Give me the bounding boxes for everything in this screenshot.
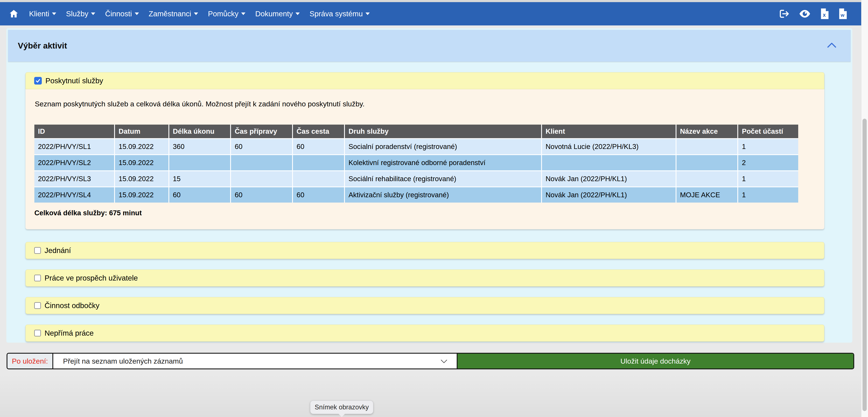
- check-icon: [35, 78, 40, 83]
- section-body-poskytnuti-sluzby: Seznam poskytnutých služeb a celková dél…: [26, 89, 824, 229]
- checkbox-jednani[interactable]: [34, 247, 41, 254]
- cell-datum: 15.09.2022: [115, 155, 169, 171]
- cell-druh-sluzby: Kolektivní registrované odborné poradens…: [344, 155, 541, 171]
- activities-panel: Výběr aktivit Poskytnutí služby: [6, 28, 852, 343]
- cell-datum: 15.09.2022: [115, 187, 169, 203]
- cell-nazev-akce: [676, 155, 738, 171]
- window-top-strip: [0, 0, 861, 2]
- col-header-datum: Datum: [115, 125, 169, 139]
- cell-nazev-akce: [676, 171, 738, 187]
- table-header-row: ID Datum Délka úkonu Čas přípravy Čas ce…: [34, 125, 798, 139]
- nav-item-cinnosti[interactable]: Činnosti: [100, 9, 144, 18]
- section-label[interactable]: Poskytnutí služby: [45, 76, 103, 85]
- cell-pocet-ucasti: 1: [738, 187, 798, 203]
- chevron-up-icon: [827, 43, 837, 48]
- cell-id: 2022/PH/VY/SL4: [34, 187, 115, 203]
- cell-delka-ukonu: 360: [169, 139, 231, 155]
- col-header-pocet-ucasti: Počet účastí: [738, 125, 798, 139]
- table-row[interactable]: 2022/PH/VY/SL1 15.09.2022 360 60 60 Soci…: [34, 139, 798, 155]
- nav-item-zamestnanci[interactable]: Zaměstnanci: [144, 9, 203, 18]
- nav-item-klienti[interactable]: Klienti: [24, 9, 61, 18]
- preview-button[interactable]: [799, 9, 811, 19]
- section-description: Seznam poskytnutých služeb a celková dél…: [35, 100, 815, 108]
- save-attendance-button[interactable]: Uložit údaje docházky: [457, 354, 854, 369]
- cell-id: 2022/PH/VY/SL2: [34, 155, 115, 171]
- cell-cas-pripravy: 60: [230, 139, 292, 155]
- col-header-cas-cesta: Čas cesta: [292, 125, 344, 139]
- nav-item-label: Správa systému: [309, 9, 363, 18]
- cell-cas-pripravy: 60: [230, 187, 292, 203]
- nav-item-dokumenty[interactable]: Dokumenty: [250, 9, 305, 18]
- nav-item-label: Služby: [66, 9, 88, 18]
- cell-delka-ukonu: 60: [169, 187, 231, 203]
- export-excel-button[interactable]: x: [820, 8, 829, 19]
- caret-down-icon: [52, 12, 56, 15]
- section-header-neprima-prace[interactable]: Nepřímá práce: [26, 325, 824, 342]
- nav-item-label: Pomůcky: [208, 9, 239, 18]
- col-header-druh-sluzby: Druh služby: [344, 125, 541, 139]
- section-label[interactable]: Práce ve prospěch uživatele: [44, 274, 138, 282]
- cell-nazev-akce: MOJE AKCE: [676, 187, 738, 203]
- section-header-prace-ve-prospech[interactable]: Práce ve prospěch uživatele: [26, 270, 824, 286]
- checkbox-neprima-prace[interactable]: [34, 330, 41, 337]
- caret-down-icon: [296, 12, 300, 15]
- cell-datum: 15.09.2022: [115, 139, 169, 155]
- nav-item-label: Zaměstnanci: [149, 9, 191, 18]
- section-poskytnuti-sluzby: Poskytnutí služby Seznam poskytnutých sl…: [26, 72, 824, 229]
- section-cinnost-odbocky: Činnost odbočky: [26, 297, 824, 314]
- cell-klient: [541, 155, 676, 171]
- after-save-select[interactable]: Přejít na seznam uložených záznamů: [53, 354, 457, 369]
- app-window: Klienti Služby Činnosti Zaměstnanci Pomů…: [0, 0, 868, 417]
- eye-icon: [799, 9, 811, 19]
- home-button[interactable]: [9, 9, 19, 19]
- checkbox-cinnost-odbocky[interactable]: [34, 302, 41, 309]
- section-label[interactable]: Jednání: [44, 246, 71, 255]
- cell-pocet-ucasti: 1: [738, 171, 798, 187]
- sign-out-icon: [778, 9, 789, 19]
- section-header-poskytnuti-sluzby[interactable]: Poskytnutí služby: [26, 72, 824, 89]
- cell-pocet-ucasti: 2: [738, 155, 798, 171]
- col-header-delka-ukonu: Délka úkonu: [169, 125, 231, 139]
- svg-text:w: w: [840, 12, 844, 18]
- main-navbar: Klienti Služby Činnosti Zaměstnanci Pomů…: [0, 2, 861, 26]
- cell-klient: Novák Jan (2022/PH/KL1): [541, 171, 676, 187]
- after-save-selected-option: Přejít na seznam uložených záznamů: [63, 357, 183, 365]
- caret-down-icon: [241, 12, 245, 15]
- section-header-cinnost-odbocky[interactable]: Činnost odbočky: [26, 297, 824, 314]
- nav-item-label: Činnosti: [105, 9, 132, 18]
- caret-down-icon: [135, 12, 139, 15]
- cell-klient: Novotná Lucie (2022/PH/KL3): [541, 139, 676, 155]
- table-row[interactable]: 2022/PH/VY/SL4 15.09.2022 60 60 60 Aktiv…: [34, 187, 798, 203]
- export-word-button[interactable]: w: [838, 8, 847, 19]
- activities-panel-header: Výběr aktivit: [8, 30, 850, 62]
- table-row[interactable]: 2022/PH/VY/SL3 15.09.2022 15 Sociální re…: [34, 171, 798, 187]
- cell-cas-cesta: 60: [292, 139, 344, 155]
- table-row[interactable]: 2022/PH/VY/SL2 15.09.2022 Kolektivní reg…: [34, 155, 798, 171]
- nav-item-pomucky[interactable]: Pomůcky: [203, 9, 250, 18]
- activities-panel-body: Poskytnutí služby Seznam poskytnutých sl…: [6, 63, 852, 342]
- nav-item-sprava-systemu[interactable]: Správa systému: [305, 9, 375, 18]
- vertical-scrollbar-track[interactable]: [861, 0, 868, 417]
- file-word-icon: w: [838, 8, 847, 19]
- nav-item-label: Dokumenty: [255, 9, 293, 18]
- nav-item-sluzby[interactable]: Služby: [61, 9, 100, 18]
- collapse-panel-button[interactable]: [827, 43, 837, 49]
- cell-delka-ukonu: [169, 155, 231, 171]
- cell-cas-cesta: [292, 155, 344, 171]
- section-header-jednani[interactable]: Jednání: [26, 242, 824, 259]
- screenshot-tooltip: Snímek obrazovky: [310, 401, 373, 414]
- navbar-actions: x w: [778, 8, 854, 19]
- section-label[interactable]: Nepřímá práce: [44, 329, 94, 337]
- cell-druh-sluzby: Sociální rehabilitace (registrované): [344, 171, 541, 187]
- cell-id: 2022/PH/VY/SL3: [34, 171, 115, 187]
- checkbox-poskytnuti-sluzby[interactable]: [34, 77, 42, 84]
- sign-out-button[interactable]: [778, 9, 789, 19]
- panel-title: Výběr aktivit: [18, 41, 67, 50]
- cell-datum: 15.09.2022: [115, 171, 169, 187]
- cell-id: 2022/PH/VY/SL1: [34, 139, 115, 155]
- vertical-scrollbar-thumb[interactable]: [863, 119, 867, 411]
- caret-down-icon: [366, 12, 370, 15]
- section-label[interactable]: Činnost odbočky: [44, 301, 99, 310]
- save-action-bar: Po uložení: Přejít na seznam uložených z…: [7, 353, 854, 369]
- checkbox-prace-ve-prospech[interactable]: [34, 275, 41, 281]
